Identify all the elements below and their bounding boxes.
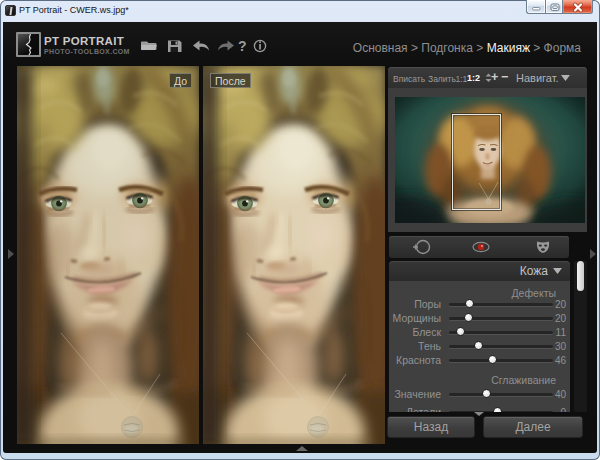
svg-text:?: ? (238, 38, 247, 54)
